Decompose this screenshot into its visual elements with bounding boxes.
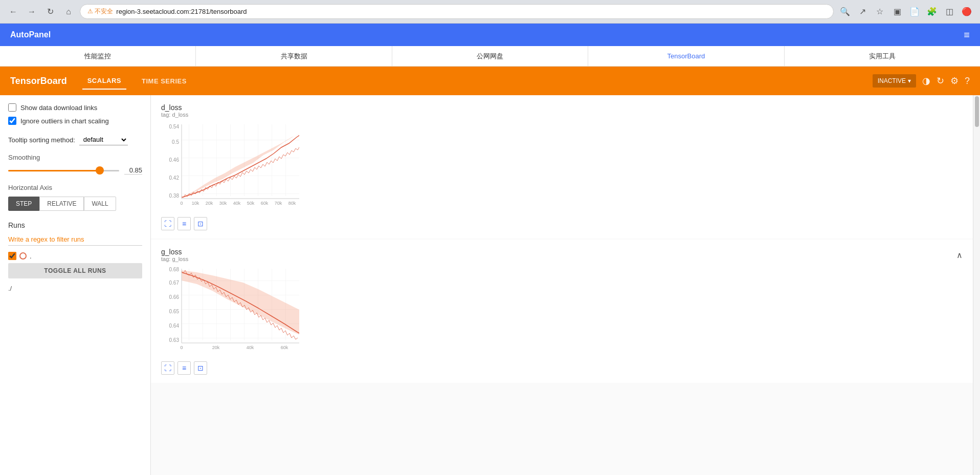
browser-actions: 🔍 ↗ ☆ ▣ 📄 🧩 ◫ 🔴 (838, 5, 974, 19)
nav-item-network[interactable]: 公网网盘 (392, 46, 588, 66)
g-loss-tag: tag: g_loss (161, 256, 188, 262)
scroll-thumb (975, 96, 979, 127)
relative-button[interactable]: RELATIVE (39, 197, 84, 211)
d-loss-data-button[interactable]: ≡ (177, 217, 191, 230)
help-icon[interactable]: ? (965, 76, 970, 87)
d-loss-title: d_loss (161, 103, 188, 112)
runs-title: Runs (8, 221, 142, 229)
reload-icon[interactable]: ↻ (937, 75, 944, 87)
nav-item-tools[interactable]: 实用工具 (785, 46, 980, 66)
runs-filter-input[interactable] (8, 233, 142, 246)
tb-nav-timeseries[interactable]: TIME SERIES (137, 73, 192, 89)
sidebar: Show data download links Ignore outliers… (0, 95, 151, 475)
ignore-outliers-checkbox[interactable] (8, 117, 16, 125)
tb-logo: TensorBoard (10, 76, 67, 87)
tb-nav-scalars[interactable]: SCALARS (82, 73, 126, 90)
app-nav: 性能监控 共享数据 公网网盘 TensorBoard 实用工具 (0, 46, 980, 67)
svg-text:40k: 40k (233, 201, 241, 206)
app-topbar: AutoPanel ≡ (0, 24, 980, 46)
nav-item-perf[interactable]: 性能监控 (0, 46, 196, 66)
svg-text:0: 0 (180, 345, 183, 350)
g-loss-title: g_loss (161, 248, 188, 256)
ignore-outliers-label: Ignore outliers in chart scaling (20, 117, 109, 125)
run-checkbox[interactable] (8, 252, 16, 260)
content-area: d_loss tag: d_loss 0.38 0.42 0.46 0.5 0. (151, 95, 973, 475)
svg-text:80k: 80k (288, 201, 296, 206)
svg-text:50k: 50k (247, 201, 255, 206)
svg-text:0.42: 0.42 (169, 175, 180, 181)
horizontal-axis-section: Horizontal Axis STEP RELATIVE WALL (8, 184, 142, 211)
svg-text:30k: 30k (219, 201, 227, 206)
svg-text:0.63: 0.63 (169, 337, 180, 343)
settings-icon[interactable]: ⚙ (950, 75, 959, 87)
d-loss-tag: tag: d_loss (161, 112, 188, 118)
g-loss-collapse-button[interactable]: ∧ (956, 250, 963, 260)
g-loss-title-group: g_loss tag: g_loss (161, 248, 188, 262)
d-loss-chart: 0.38 0.42 0.46 0.5 0.54 0 10k 20k 30k 40… (161, 122, 299, 211)
smoothing-slider[interactable] (8, 170, 119, 171)
tooltip-select[interactable]: default ascending descending nearest (79, 134, 128, 145)
scrollbar[interactable] (973, 95, 980, 475)
nav-item-tensorboard[interactable]: TensorBoard (588, 46, 784, 66)
reload-button[interactable]: ↻ (43, 5, 57, 19)
svg-text:20k: 20k (212, 345, 220, 350)
tab-icon[interactable]: ▣ (890, 5, 904, 19)
security-warning: ⚠ 不安全 (87, 7, 113, 16)
svg-text:0.64: 0.64 (169, 323, 180, 329)
axis-buttons: STEP RELATIVE WALL (8, 197, 142, 211)
g-loss-actions: ⛶ ≡ ⊡ (161, 361, 963, 375)
toggle-all-runs-button[interactable]: TOGGLE ALL RUNS (8, 263, 142, 278)
svg-text:0.67: 0.67 (169, 280, 180, 286)
app-logo: AutoPanel (10, 30, 51, 39)
nav-item-share[interactable]: 共享数据 (196, 46, 392, 66)
home-button[interactable]: ⌂ (61, 5, 76, 19)
search-icon[interactable]: 🔍 (838, 5, 852, 19)
browser-chrome: ← → ↻ ⌂ ⚠ 不安全 region-3.seetacloud.com:21… (0, 0, 980, 24)
reader-icon[interactable]: 📄 (907, 5, 922, 19)
back-button[interactable]: ← (6, 5, 20, 19)
smoothing-value: 0.85 (124, 166, 142, 175)
svg-text:0.38: 0.38 (169, 193, 180, 199)
chart-section-g-loss: g_loss tag: g_loss ∧ 0.63 0.64 0.65 0.66 (151, 240, 973, 383)
show-download-row: Show data download links (8, 103, 142, 112)
svg-text:60k: 60k (261, 201, 269, 206)
menu-icon[interactable]: ≡ (964, 29, 970, 41)
address-bar[interactable]: ⚠ 不安全 region-3.seetacloud.com:21781/tens… (80, 4, 834, 19)
svg-text:10k: 10k (192, 201, 199, 206)
smoothing-label: Smoothing (8, 154, 142, 161)
smoothing-row: 0.85 (8, 166, 142, 175)
g-loss-chart: 0.63 0.64 0.65 0.66 0.67 0.68 0 20k 40k … (161, 266, 299, 356)
tensorboard-header: TensorBoard SCALARS TIME SERIES INACTIVE… (0, 67, 980, 95)
g-loss-expand-button[interactable]: ⛶ (161, 361, 174, 375)
run-name: . (30, 252, 32, 260)
svg-text:0.65: 0.65 (169, 309, 180, 314)
d-loss-title-group: d_loss tag: d_loss (161, 103, 188, 118)
step-button[interactable]: STEP (8, 197, 39, 211)
show-download-checkbox[interactable] (8, 103, 16, 112)
smoothing-section: Smoothing 0.85 (8, 154, 142, 175)
theme-toggle-icon[interactable]: ◑ (922, 75, 930, 87)
profile-icon[interactable]: 🔴 (960, 5, 974, 19)
sidebar-toggle[interactable]: ◫ (942, 5, 956, 19)
forward-button[interactable]: → (25, 5, 39, 19)
svg-text:60k: 60k (281, 345, 288, 350)
tooltip-label: Tooltip sorting method: (8, 136, 75, 144)
d-loss-actions: ⛶ ≡ ⊡ (161, 217, 963, 230)
svg-text:0.5: 0.5 (172, 139, 179, 145)
share-icon[interactable]: ↗ (855, 5, 870, 19)
d-loss-expand-button[interactable]: ⛶ (161, 217, 174, 230)
d-loss-header: d_loss tag: d_loss (161, 103, 963, 118)
display-options: Show data download links Ignore outliers… (8, 103, 142, 125)
svg-text:70k: 70k (275, 201, 282, 206)
main-layout: Show data download links Ignore outliers… (0, 95, 980, 475)
runs-section: Runs . TOGGLE ALL RUNS ./ (8, 221, 142, 292)
status-dropdown[interactable]: INACTIVE ▾ (873, 74, 916, 88)
wall-button[interactable]: WALL (84, 197, 116, 211)
g-loss-fit-button[interactable]: ⊡ (194, 361, 207, 375)
bookmark-icon[interactable]: ☆ (873, 5, 887, 19)
extension-icon[interactable]: 🧩 (925, 5, 939, 19)
dropdown-arrow: ▾ (908, 77, 911, 84)
g-loss-data-button[interactable]: ≡ (177, 361, 191, 375)
svg-text:0.68: 0.68 (169, 267, 180, 272)
d-loss-fit-button[interactable]: ⊡ (194, 217, 207, 230)
